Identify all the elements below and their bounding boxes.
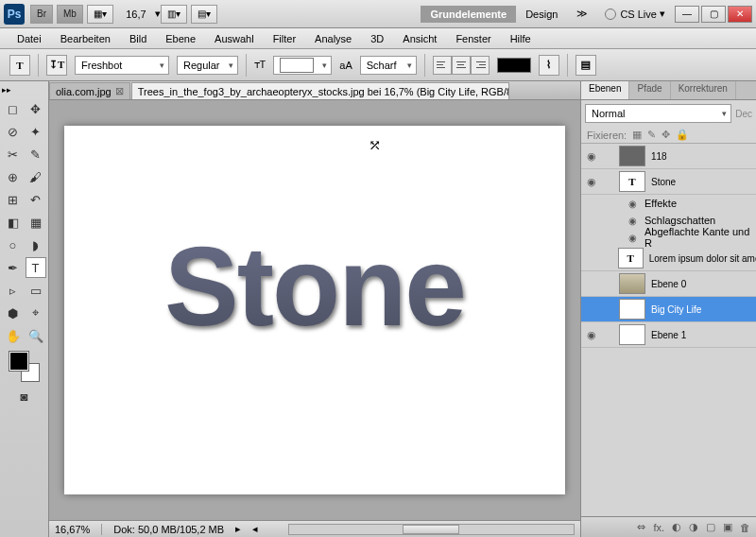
screen-mode-button[interactable]: ▦▾	[87, 5, 113, 24]
menu-ebene[interactable]: Ebene	[156, 31, 205, 46]
visibility-icon[interactable]	[581, 329, 602, 341]
bridge-button[interactable]: Br	[30, 5, 53, 24]
menu-analyse[interactable]: Analyse	[305, 31, 361, 46]
maximize-button[interactable]: ▢	[701, 6, 726, 23]
status-doc[interactable]: Dok: 50,0 MB/105,2 MB	[113, 524, 224, 535]
brush-tool[interactable]: 🖌	[26, 166, 46, 187]
layer-row[interactable]: 118	[581, 144, 756, 169]
zoom-tool[interactable]: 🔍	[26, 325, 46, 346]
fg-color[interactable]	[9, 352, 28, 371]
tab-ebenen[interactable]: Ebenen	[581, 81, 629, 99]
menu-3d[interactable]: 3D	[361, 31, 393, 46]
menu-fenster[interactable]: Fenster	[446, 31, 500, 46]
text-color-swatch[interactable]	[497, 58, 531, 73]
eyedropper-tool[interactable]: ✎	[26, 144, 46, 165]
workspace-essentials[interactable]: Grundelemente	[421, 6, 516, 23]
layer-row[interactable]: T Lorem ipsum dolor sit ame	[581, 246, 756, 271]
layer-row-selected[interactable]: T Big City Life	[581, 297, 756, 322]
align-center-button[interactable]	[452, 56, 471, 75]
lock-all-icon[interactable]: 🔒	[676, 129, 689, 141]
blur-tool[interactable]: ○	[3, 234, 24, 255]
path-select-tool[interactable]: ▹	[3, 280, 24, 301]
menu-filter[interactable]: Filter	[264, 31, 305, 46]
trash-icon[interactable]: 🗑	[740, 522, 750, 533]
mask-icon[interactable]: ◐	[672, 521, 681, 533]
warp-text-button[interactable]: ⌇	[539, 55, 559, 76]
h-scrollbar[interactable]	[288, 524, 575, 535]
layer-name[interactable]: Lorem ipsum dolor sit ame	[647, 253, 756, 264]
layer-thumb[interactable]: T	[619, 171, 645, 192]
document-tab-2[interactable]: Trees_in_the_fog3_by_archaeopteryx_stock…	[131, 82, 509, 99]
lasso-tool[interactable]: ⊘	[3, 121, 24, 142]
new-layer-icon[interactable]: ▣	[723, 521, 732, 533]
marquee-tool[interactable]: ◻	[3, 98, 24, 119]
layer-thumb[interactable]	[619, 146, 645, 166]
cs-live[interactable]: CS Live ▾	[605, 8, 665, 20]
3d-tool[interactable]: ⬢	[3, 303, 24, 323]
tab-korrekturen[interactable]: Korrekturen	[671, 81, 736, 99]
font-family-select[interactable]: Freshbot	[75, 56, 169, 75]
layer-effects-header[interactable]: Effekte	[581, 195, 756, 212]
gradient-tool[interactable]: ▦	[26, 212, 46, 233]
minibridge-button[interactable]: Mb	[57, 5, 83, 24]
menu-datei[interactable]: Datei	[8, 31, 51, 46]
layer-thumb[interactable]	[619, 273, 645, 294]
menu-bearbeiten[interactable]: Bearbeiten	[51, 31, 120, 46]
layer-name[interactable]: Ebene 1	[649, 330, 686, 340]
anti-alias-select[interactable]: Scharf	[360, 56, 417, 75]
workspace-design[interactable]: Design	[516, 6, 567, 23]
minimize-button[interactable]: —	[675, 6, 699, 23]
collapse-icon[interactable]: ▸▸	[2, 85, 11, 95]
eraser-tool[interactable]: ◧	[3, 212, 24, 233]
menu-ansicht[interactable]: Ansicht	[393, 31, 446, 46]
zoom-value[interactable]: 16,7	[121, 9, 151, 20]
scroll-left-icon[interactable]: ◂	[252, 523, 258, 535]
layer-name[interactable]: Stone	[649, 177, 676, 187]
align-right-button[interactable]	[471, 56, 490, 75]
shape-tool[interactable]: ▭	[26, 280, 46, 301]
layer-name[interactable]: Big City Life	[649, 304, 701, 315]
type-tool[interactable]: T	[26, 257, 46, 278]
canvas[interactable]: Stone	[64, 126, 565, 494]
fx-icon[interactable]: fx.	[653, 522, 664, 533]
close-button[interactable]: ✕	[728, 6, 752, 23]
canvas-viewport[interactable]: Stone ⤱	[49, 100, 580, 520]
menu-auswahl[interactable]: Auswahl	[205, 31, 264, 46]
menu-bild[interactable]: Bild	[120, 31, 156, 46]
hand-tool[interactable]: ✋	[3, 325, 24, 346]
adjust-icon[interactable]: ◑	[689, 521, 698, 533]
workspace-more[interactable]: ≫	[567, 5, 597, 23]
move-tool[interactable]: ✥	[26, 98, 46, 119]
layer-row[interactable]: Ebene 0	[581, 271, 756, 297]
font-size-select[interactable]	[273, 56, 332, 75]
link-layers-icon[interactable]: ⇔	[637, 521, 645, 533]
blend-mode-select[interactable]: Normal	[585, 104, 731, 123]
pen-tool[interactable]: ✒	[3, 257, 24, 278]
history-brush-tool[interactable]: ↶	[26, 189, 46, 210]
wand-tool[interactable]: ✦	[26, 121, 46, 142]
layer-thumb[interactable]	[619, 324, 645, 345]
orientation-icon[interactable]: ↧T	[46, 55, 67, 76]
color-swatches[interactable]	[9, 352, 40, 382]
menu-hilfe[interactable]: Hilfe	[501, 31, 541, 46]
lock-pixel-icon[interactable]: ✎	[647, 129, 656, 141]
scroll-thumb[interactable]	[403, 525, 459, 534]
folder-icon[interactable]: ▢	[706, 521, 715, 533]
layer-thumb[interactable]: T	[619, 299, 645, 320]
align-left-button[interactable]	[433, 56, 452, 75]
character-panel-button[interactable]: ▤	[576, 55, 596, 76]
quickmask-button[interactable]: ◙	[14, 386, 35, 407]
lock-move-icon[interactable]: ✥	[662, 129, 670, 141]
visibility-icon[interactable]	[581, 176, 602, 188]
close-icon[interactable]: ⊠	[115, 85, 124, 97]
tab-pfade[interactable]: Pfade	[629, 81, 670, 99]
font-style-select[interactable]: Regular	[177, 56, 238, 75]
dodge-tool[interactable]: ◗	[26, 234, 46, 255]
crop-tool[interactable]: ✂	[3, 144, 24, 165]
document-tab-1[interactable]: olia.com.jpg⊠	[49, 82, 130, 99]
heal-tool[interactable]: ⊕	[3, 166, 24, 187]
extras-button[interactable]: ▤▾	[191, 5, 217, 24]
camera-tool[interactable]: ⌖	[26, 303, 46, 323]
layer-name[interactable]: Ebene 0	[649, 279, 686, 289]
status-arrow-icon[interactable]: ▸	[235, 523, 241, 535]
